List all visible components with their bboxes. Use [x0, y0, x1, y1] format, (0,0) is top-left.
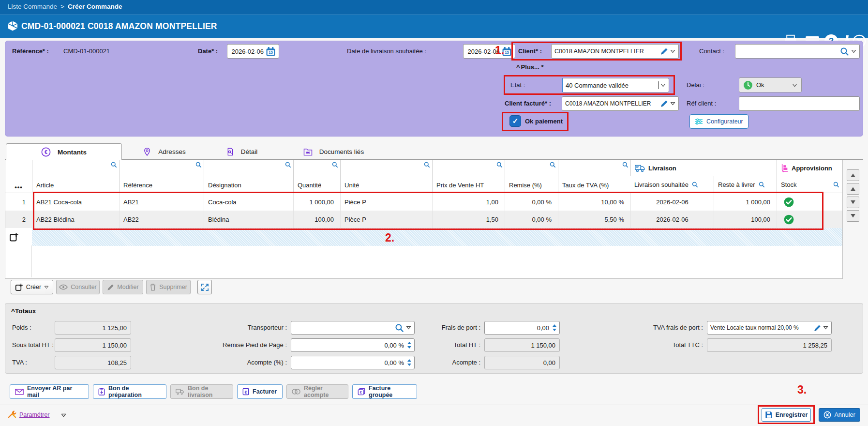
delivery-date-field[interactable]: 2026-02-06 15 [463, 44, 515, 59]
search-icon[interactable] [424, 162, 430, 168]
delai-dropdown[interactable]: Ok [739, 77, 802, 92]
breadcrumb-parent-link[interactable]: Liste Commande [8, 3, 57, 10]
scroll-down-button[interactable] [847, 197, 859, 208]
column-header-reference[interactable]: Référence [119, 160, 204, 193]
facture-groupee-button[interactable]: € Facture groupée [352, 384, 417, 399]
search-icon[interactable] [622, 162, 629, 168]
add-row-icon-cell[interactable] [5, 228, 32, 246]
line-item-row[interactable]: 1 AB21 Coca-cola AB21 Coca-cola 1 000,00… [5, 193, 842, 211]
save-icon [765, 411, 773, 419]
frais-port-field[interactable]: 0,00 [484, 321, 560, 335]
search-icon[interactable] [111, 162, 117, 168]
contact-field[interactable] [735, 44, 860, 59]
creer-button[interactable]: Créer [11, 280, 53, 294]
map-pin-icon [143, 147, 151, 156]
document-search-icon [226, 147, 234, 156]
search-icon[interactable] [285, 162, 291, 168]
calendar-icon[interactable]: 15 [502, 46, 512, 57]
search-icon[interactable] [833, 182, 839, 188]
search-icon[interactable] [692, 182, 698, 188]
column-header-quantite[interactable]: Quantité [293, 160, 340, 193]
svg-text:€: € [360, 391, 362, 395]
search-icon[interactable] [332, 162, 338, 168]
scroll-top-button[interactable] [847, 169, 859, 181]
line-item-row[interactable]: 2 AB22 Blédina AB22 Blédina 100,00 Pièce… [5, 211, 842, 228]
pencil-icon[interactable] [660, 47, 668, 55]
add-row[interactable] [5, 228, 842, 246]
bon-livraison-button[interactable]: Bon de livraison [170, 384, 233, 399]
facturer-button[interactable]: € Facturer [237, 384, 283, 399]
search-icon[interactable] [195, 162, 202, 168]
modifier-label: Modifier [117, 284, 138, 290]
supprimer-label: Supprimer [159, 284, 187, 290]
stock-status-cell [777, 211, 842, 228]
tva-frais-port-field[interactable]: Vente Locale taux normal 20,00 % [707, 321, 832, 335]
wrench-icon [8, 410, 16, 418]
search-icon[interactable] [759, 182, 765, 188]
annuler-button[interactable]: Annuler [819, 408, 860, 422]
regler-acompte-button[interactable]: Régler acompte [286, 384, 348, 399]
annotation-step-3: 3. [797, 383, 807, 396]
column-header-unite[interactable]: Unité [340, 160, 432, 193]
client-field[interactable]: C0018 AMAZON MONTPELLIER [551, 44, 679, 59]
bon-preparation-button[interactable]: Bon de préparation [93, 384, 166, 399]
enregistrer-button[interactable]: Enregistrer [762, 408, 811, 422]
pencil-icon[interactable] [660, 100, 668, 107]
ok-paiement-checkbox[interactable]: ✓ [509, 115, 521, 127]
search-icon[interactable] [496, 162, 503, 168]
delivery-truck-icon [176, 388, 184, 395]
client-facture-value: C0018 AMAZON MONTPELLIER [565, 100, 658, 107]
chevron-down-icon[interactable] [823, 326, 828, 330]
breadcrumb: Liste Commande>Créer Commande [8, 3, 122, 10]
column-header-designation[interactable]: Désignation [204, 160, 293, 193]
pencil-icon[interactable] [814, 324, 821, 332]
plus-toggle[interactable]: ^Plus... * [516, 63, 544, 71]
stepper-icons[interactable] [553, 324, 556, 331]
ref-client-input[interactable] [739, 96, 860, 111]
expand-grid-button[interactable] [197, 280, 212, 294]
calendar-icon[interactable]: 15 [266, 46, 276, 57]
tab-montants[interactable]: € Montants [6, 143, 122, 160]
configurateur-button[interactable]: Configurateur [689, 114, 748, 129]
enregistrer-label: Enregistrer [776, 411, 808, 418]
ref-client-label: Réf client : [687, 100, 716, 107]
etat-field[interactable]: 40 Commande validée [562, 78, 669, 92]
annuler-label: Annuler [834, 411, 855, 418]
column-header-livraison-souhaitee[interactable]: Livraison souhaitée [630, 176, 714, 193]
column-header-reste-a-livrer[interactable]: Reste à livrer [714, 176, 777, 193]
etat-value: 40 Commande validée [566, 82, 656, 89]
chevron-down-icon[interactable] [61, 413, 66, 417]
scroll-up-button[interactable] [847, 183, 859, 195]
chevron-down-icon[interactable] [660, 83, 666, 87]
modifier-button[interactable]: Modifier [103, 280, 143, 294]
add-row-empty-area[interactable] [32, 228, 842, 246]
column-header-prix-vente[interactable]: Prix de Vente HT [432, 160, 505, 193]
etat-label: Etat : [510, 81, 525, 89]
column-header-article[interactable]: Article [32, 160, 119, 193]
column-header-taux-tva[interactable]: Taux de TVA (%) [558, 160, 630, 193]
overflow-dots-icon[interactable]: ••• [15, 183, 23, 191]
chevron-down-icon[interactable] [670, 49, 675, 53]
search-icon[interactable] [840, 47, 849, 56]
add-row-icon[interactable] [9, 232, 19, 242]
totaux-toggle[interactable]: ^Totaux [11, 307, 36, 315]
chevron-down-icon[interactable] [851, 49, 856, 53]
envoyer-ar-button[interactable]: Envoyer AR par mail [10, 384, 89, 399]
tab-documents-lies[interactable]: Documents liés [277, 143, 390, 160]
parametrer-link[interactable]: Paramétrer [19, 411, 50, 418]
column-header-row-menu[interactable]: ••• [5, 160, 32, 193]
supprimer-button[interactable]: Supprimer [146, 280, 191, 294]
column-header-stock[interactable]: Stock [777, 176, 842, 193]
chevron-down-icon[interactable] [670, 102, 675, 106]
date-field[interactable]: 2026-02-06 15 [227, 44, 279, 59]
column-header-remise[interactable]: Remise (%) [505, 160, 558, 193]
client-value: C0018 AMAZON MONTPELLIER [554, 48, 658, 55]
search-icon[interactable] [550, 162, 556, 168]
client-facture-field[interactable]: C0018 AMAZON MONTPELLIER [562, 96, 679, 111]
chevron-down-icon[interactable] [792, 83, 797, 87]
chevron-down-icon[interactable] [44, 286, 49, 289]
tab-adresses[interactable]: Adresses [122, 143, 207, 160]
consulter-button[interactable]: Consulter [56, 280, 100, 294]
tab-detail[interactable]: Détail [207, 143, 277, 160]
scroll-bottom-button[interactable] [847, 210, 859, 222]
